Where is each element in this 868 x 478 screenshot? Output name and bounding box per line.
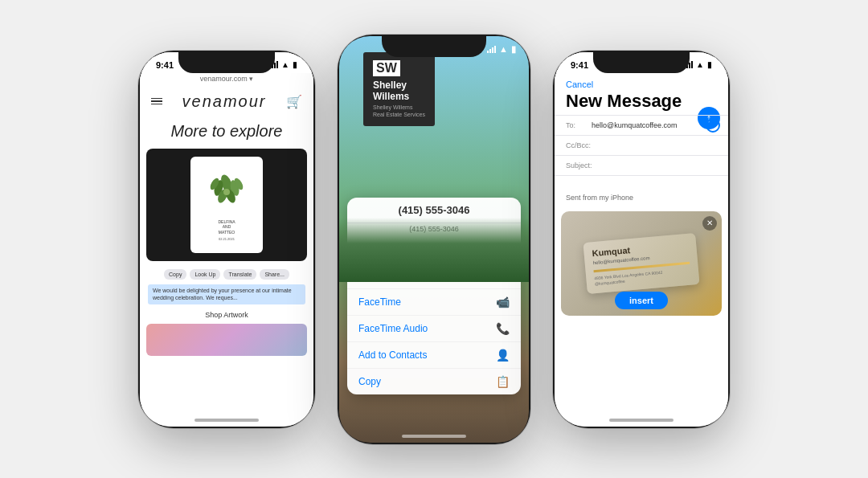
cc-label: Cc/Bcc: (566, 141, 591, 149)
sign-subtitle: Shelley WillemsReal Estate Services (373, 104, 425, 118)
to-label: To: (566, 121, 588, 129)
nav-bar: venamour 🛒 (140, 86, 313, 119)
wifi-icon: ▲ (696, 60, 704, 69)
text-actions: Copy Look Up Translate Share... (140, 266, 313, 283)
add-contact-icon: 👤 (496, 349, 510, 362)
shop-artwork-link[interactable]: Shop Artwork (140, 306, 313, 324)
add-recipient-button[interactable]: + (706, 118, 720, 133)
phone2-notch (382, 35, 486, 57)
phone-camera: SW ShelleyWillems Shelley WillemsReal Es… (338, 35, 530, 444)
wifi-icon: ▲ (281, 60, 289, 69)
close-card-button[interactable]: ✕ (702, 216, 717, 231)
kumquat-card: Kumquat hello@kumquatcoffee.com 4936 Yor… (583, 233, 699, 294)
invitation-card: DELFINA AND MATTEO 02.21.2021 (190, 157, 263, 253)
facetime-option[interactable]: FaceTime 📹 (347, 289, 521, 316)
copy-option[interactable]: Copy 📋 (347, 369, 521, 394)
signal-icon (487, 46, 496, 53)
card-date: 02.21.2021 (219, 237, 235, 241)
cancel-button[interactable]: Cancel (566, 80, 717, 89)
translate-button[interactable]: Translate (223, 269, 256, 280)
svg-point-5 (223, 189, 230, 195)
phone3-time: 9:41 (571, 60, 588, 70)
facetime-audio-option[interactable]: FaceTime Audio 📞 (347, 316, 521, 342)
cc-field[interactable]: Cc/Bcc: (555, 135, 728, 155)
url-bar[interactable]: venamour.com ▾ (140, 73, 313, 86)
phone-shopping: 9:41 ▲ ▮ venamour.com ▾ (138, 51, 315, 428)
page-heading: More to explore (140, 119, 313, 144)
subject-field[interactable]: Subject: (555, 155, 728, 175)
email-signature: Sent from my iPhone (555, 189, 728, 206)
to-value: hello@kumquatcoffee.com (592, 121, 678, 129)
home-indicator (402, 435, 466, 438)
floral-design (203, 168, 251, 216)
copy-icon: 📋 (496, 375, 510, 388)
card-container: DELFINA AND MATTEO 02.21.2021 (146, 149, 307, 261)
card-names: DELFINA AND MATTEO (218, 219, 235, 235)
facetime-icon: 📹 (496, 296, 510, 308)
share-button[interactable]: Share... (260, 269, 289, 280)
business-card-image: Kumquat hello@kumquatcoffee.com 4936 Yor… (561, 211, 722, 316)
email-title: New Message (566, 91, 717, 112)
home-indicator (194, 419, 259, 422)
tree-row (339, 218, 529, 282)
home-indicator (609, 419, 674, 422)
facetime-audio-icon: 📞 (496, 322, 510, 335)
building-sign: SW ShelleyWillems Shelley WillemsReal Es… (363, 52, 435, 127)
battery-icon: ▮ (707, 60, 712, 69)
sign-initials: SW (373, 60, 400, 76)
menu-icon[interactable] (151, 98, 162, 105)
add-contacts-option[interactable]: Add to Contacts 👤 (347, 342, 521, 369)
phone3-notch (593, 51, 690, 73)
lookup-button[interactable]: Look Up (190, 269, 220, 280)
subject-label: Subject: (566, 161, 592, 170)
battery-icon: ▮ (511, 44, 516, 55)
phone-email: 9:41 ▲ ▮ Cancel New Message ↑ (553, 51, 730, 428)
insert-button[interactable]: insert (615, 292, 668, 309)
highlighted-text: We would be delighted by your presence a… (148, 284, 305, 305)
email-body[interactable] (555, 175, 728, 189)
battery-icon: ▮ (293, 60, 297, 69)
footer-image (146, 324, 307, 356)
copy-button[interactable]: Copy (164, 269, 186, 280)
cart-icon[interactable]: 🛒 (286, 94, 302, 109)
brand-logo: venamour (182, 89, 267, 114)
phone1-time: 9:41 (156, 60, 174, 70)
to-field[interactable]: To: hello@kumquatcoffee.com + (555, 115, 728, 135)
phones-container: 9:41 ▲ ▮ venamour.com ▾ (122, 18, 746, 460)
phone1-notch (178, 51, 275, 73)
sign-name: ShelleyWillems (373, 80, 425, 103)
email-header: Cancel New Message ↑ (555, 73, 728, 115)
wifi-icon: ▲ (499, 44, 508, 54)
